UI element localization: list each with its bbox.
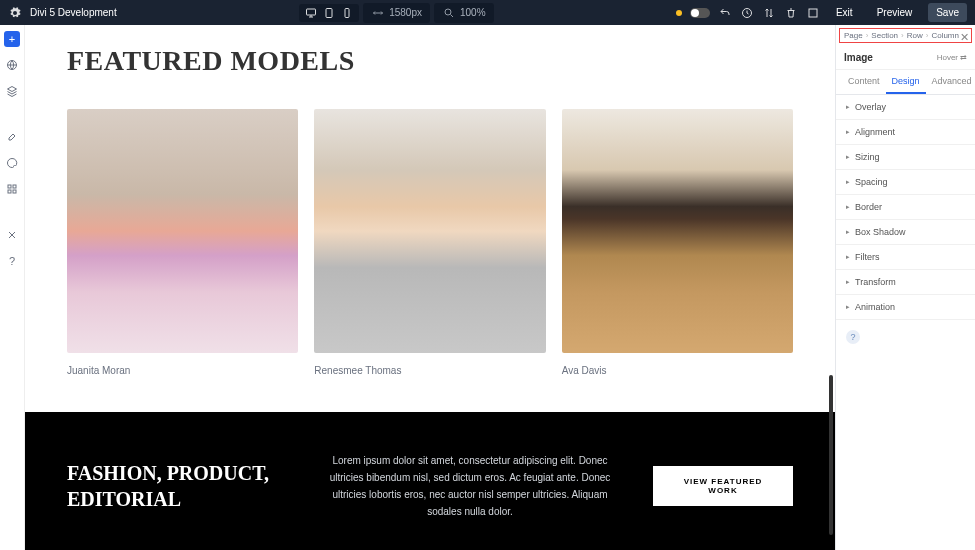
section-border[interactable]: Border <box>836 195 975 220</box>
hover-toggle[interactable]: Hover ⇄ <box>937 53 967 62</box>
section-filters[interactable]: Filters <box>836 245 975 270</box>
add-icon[interactable]: + <box>4 31 20 47</box>
search-icon <box>442 6 456 20</box>
width-icon <box>371 6 385 20</box>
model-card[interactable]: Renesmee Thomas <box>314 109 545 376</box>
model-name: Ava Davis <box>562 365 793 376</box>
tools-icon[interactable] <box>4 227 20 243</box>
viewport-buttons <box>299 4 359 22</box>
dark-title: FASHION, PRODUCT, EDITORIAL <box>67 460 287 512</box>
save-button[interactable]: Save <box>928 3 967 22</box>
left-sidebar: + ? <box>0 25 25 550</box>
modules-icon[interactable] <box>4 181 20 197</box>
section-sizing[interactable]: Sizing <box>836 145 975 170</box>
page-heading: FEATURED MODELS <box>67 45 793 77</box>
element-type: Image <box>844 52 873 63</box>
svg-point-3 <box>445 9 451 15</box>
exit-button[interactable]: Exit <box>828 3 861 22</box>
sort-icon[interactable] <box>762 6 776 20</box>
expand-icon[interactable] <box>806 6 820 20</box>
model-card[interactable]: Ava Davis <box>562 109 793 376</box>
model-name: Renesmee Thomas <box>314 365 545 376</box>
section-alignment[interactable]: Alignment <box>836 120 975 145</box>
tab-content[interactable]: Content <box>842 70 886 94</box>
model-image[interactable] <box>562 109 793 353</box>
model-image[interactable] <box>314 109 545 353</box>
scrollbar[interactable] <box>829 375 833 535</box>
tab-design[interactable]: Design <box>886 70 926 94</box>
help-icon[interactable]: ? <box>846 330 860 344</box>
gear-icon[interactable] <box>8 6 22 20</box>
history-icon[interactable] <box>740 6 754 20</box>
svg-rect-5 <box>809 9 817 17</box>
section-spacing[interactable]: Spacing <box>836 170 975 195</box>
status-dot <box>676 10 682 16</box>
dark-section[interactable]: FASHION, PRODUCT, EDITORIAL Lorem ipsum … <box>25 412 835 550</box>
svg-rect-9 <box>8 190 11 193</box>
layers-icon[interactable] <box>4 83 20 99</box>
section-boxshadow[interactable]: Box Shadow <box>836 220 975 245</box>
canvas[interactable]: FEATURED MODELS Juanita Moran Renesmee T… <box>25 25 835 550</box>
section-transform[interactable]: Transform <box>836 270 975 295</box>
tablet-icon[interactable] <box>321 6 337 20</box>
section-animation[interactable]: Animation <box>836 295 975 320</box>
svg-rect-10 <box>13 190 16 193</box>
svg-rect-1 <box>326 8 332 17</box>
mode-toggle[interactable] <box>690 8 710 18</box>
svg-rect-7 <box>8 185 11 188</box>
brush-icon[interactable] <box>4 129 20 145</box>
svg-rect-2 <box>345 8 349 17</box>
model-card[interactable]: Juanita Moran <box>67 109 298 376</box>
section-overlay[interactable]: Overlay <box>836 95 975 120</box>
svg-rect-8 <box>13 185 16 188</box>
phone-icon[interactable] <box>339 6 355 20</box>
cta-button[interactable]: VIEW FEATURED WORK <box>653 466 793 506</box>
undo-icon[interactable] <box>718 6 732 20</box>
zoom-level[interactable]: 100% <box>434 3 494 23</box>
svg-rect-0 <box>307 9 316 15</box>
canvas-width[interactable]: 1580px <box>363 3 430 23</box>
close-icon[interactable]: ✕ <box>960 31 969 44</box>
dark-body: Lorem ipsum dolor sit amet, consectetur … <box>319 452 621 520</box>
app-title: Divi 5 Development <box>30 7 117 18</box>
model-name: Juanita Moran <box>67 365 298 376</box>
topbar: Divi 5 Development 1580px 100% Exit Prev… <box>0 0 975 25</box>
tab-advanced[interactable]: Advanced <box>926 70 975 94</box>
trash-icon[interactable] <box>784 6 798 20</box>
breadcrumb[interactable]: Page› Section› Row› Column <box>839 28 972 43</box>
desktop-icon[interactable] <box>303 6 319 20</box>
globe-icon[interactable] <box>4 57 20 73</box>
panel-tabs: Content Design Advanced ▾ <box>836 70 975 95</box>
model-image[interactable] <box>67 109 298 353</box>
settings-panel: ✕ Page› Section› Row› Column Image Hover… <box>835 25 975 550</box>
models-grid: Juanita Moran Renesmee Thomas Ava Davis <box>67 109 793 376</box>
preview-button[interactable]: Preview <box>869 3 921 22</box>
help-sidebar-icon[interactable]: ? <box>4 253 20 269</box>
palette-icon[interactable] <box>4 155 20 171</box>
